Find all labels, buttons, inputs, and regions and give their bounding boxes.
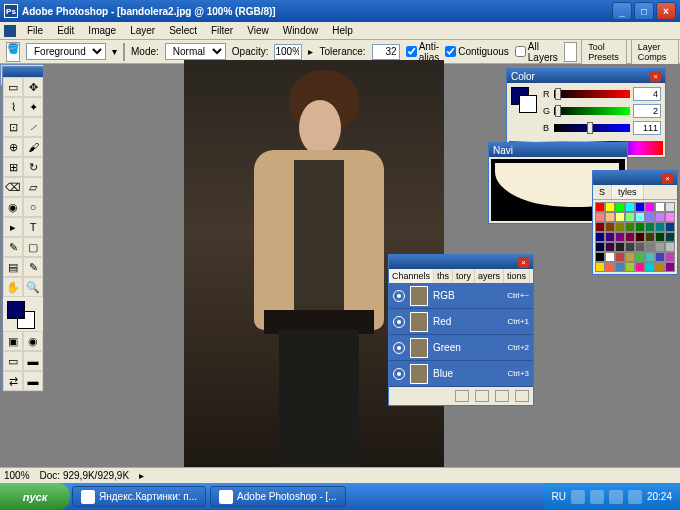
visibility-icon[interactable] xyxy=(393,342,405,354)
swatch[interactable] xyxy=(595,202,605,212)
pattern-swatch[interactable] xyxy=(123,43,125,61)
swatch[interactable] xyxy=(655,262,665,272)
lasso-tool[interactable]: ⌇ xyxy=(3,97,23,117)
tray-icon[interactable] xyxy=(590,490,604,504)
swatch[interactable] xyxy=(605,222,615,232)
menu-view[interactable]: View xyxy=(240,23,276,38)
task-item-browser[interactable]: Яндекс.Картинки: п... xyxy=(72,486,206,507)
swatch[interactable] xyxy=(655,232,665,242)
swatch[interactable] xyxy=(655,202,665,212)
swatch[interactable] xyxy=(635,212,645,222)
layers-tab[interactable]: ayers xyxy=(475,269,504,283)
menu-image[interactable]: Image xyxy=(81,23,123,38)
swatch[interactable] xyxy=(645,202,655,212)
paths-tab[interactable]: ths xyxy=(434,269,453,283)
screen-mode-2[interactable]: ▬ xyxy=(23,351,43,371)
notes-tool[interactable]: ▤ xyxy=(3,257,23,277)
zoom-tool[interactable]: 🔍 xyxy=(23,277,43,297)
swatch[interactable] xyxy=(655,252,665,262)
swatch[interactable] xyxy=(615,242,625,252)
wand-tool[interactable]: ✦ xyxy=(23,97,43,117)
foreground-swatch[interactable] xyxy=(7,301,25,319)
swatch[interactable] xyxy=(615,262,625,272)
heal-tool[interactable]: ⊕ xyxy=(3,137,23,157)
r-input[interactable] xyxy=(633,87,661,101)
swatch[interactable] xyxy=(595,212,605,222)
tray-icon[interactable] xyxy=(609,490,623,504)
visibility-icon[interactable] xyxy=(393,290,405,302)
tray-icon[interactable] xyxy=(571,490,585,504)
task-item-photoshop[interactable]: Adobe Photoshop - [... xyxy=(210,486,346,507)
swatch[interactable] xyxy=(595,232,605,242)
channel-row[interactable]: RedCtrl+1 xyxy=(389,309,533,335)
swatches-tab[interactable]: S xyxy=(593,185,612,199)
gradient-tool[interactable]: ▱ xyxy=(23,177,43,197)
tool-presets-tab[interactable]: Tool Presets xyxy=(581,39,627,65)
clock[interactable]: 20:24 xyxy=(647,491,672,502)
chevron-down-icon[interactable]: ▸ xyxy=(308,46,313,57)
type-tool[interactable]: T xyxy=(23,217,43,237)
swatch[interactable] xyxy=(635,242,645,252)
screen-mode-1[interactable]: ▭ xyxy=(3,351,23,371)
jump-to-imageready[interactable]: ⇄ xyxy=(3,371,23,391)
status-chevron-icon[interactable]: ▸ xyxy=(139,470,144,481)
mode-dropdown[interactable]: Normal xyxy=(165,43,226,60)
brush-tool[interactable]: 🖌 xyxy=(23,137,43,157)
swatch[interactable] xyxy=(665,222,675,232)
new-channel-icon[interactable] xyxy=(495,390,509,402)
tray-icon[interactable] xyxy=(628,490,642,504)
layer-comps-tab[interactable]: Layer Comps xyxy=(631,39,679,65)
swatch[interactable] xyxy=(655,242,665,252)
swatch[interactable] xyxy=(605,262,615,272)
tolerance-input[interactable] xyxy=(372,44,400,60)
close-button[interactable]: × xyxy=(656,2,676,20)
path-tool[interactable]: ▸ xyxy=(3,217,23,237)
swatch[interactable] xyxy=(635,262,645,272)
swatch[interactable] xyxy=(665,252,675,262)
swatch[interactable] xyxy=(595,222,605,232)
close-icon[interactable]: × xyxy=(518,257,529,268)
swatch[interactable] xyxy=(595,242,605,252)
menu-window[interactable]: Window xyxy=(276,23,326,38)
chevron-down-icon[interactable]: ▾ xyxy=(112,46,117,57)
opacity-input[interactable] xyxy=(274,44,302,60)
styles-tab[interactable]: tyles xyxy=(612,185,644,199)
channel-row[interactable]: GreenCtrl+2 xyxy=(389,335,533,361)
eyedropper-tool[interactable]: ✎ xyxy=(23,257,43,277)
stamp-tool[interactable]: ⊞ xyxy=(3,157,23,177)
menu-edit[interactable]: Edit xyxy=(50,23,81,38)
swatch[interactable] xyxy=(665,212,675,222)
swatch[interactable] xyxy=(645,222,655,232)
delete-channel-icon[interactable] xyxy=(515,390,529,402)
fill-dropdown[interactable]: Foreground xyxy=(26,43,106,60)
menu-file[interactable]: File xyxy=(20,23,50,38)
minimize-button[interactable]: _ xyxy=(612,2,632,20)
lang-indicator[interactable]: RU xyxy=(552,491,566,502)
channel-row[interactable]: BlueCtrl+3 xyxy=(389,361,533,387)
channels-header[interactable]: × xyxy=(389,255,533,269)
color-swatches[interactable] xyxy=(3,297,43,331)
swatch[interactable] xyxy=(625,262,635,272)
nav-panel-header[interactable]: Navi xyxy=(489,143,627,157)
close-icon[interactable]: × xyxy=(650,71,661,82)
swatch[interactable] xyxy=(645,232,655,242)
swatches-header[interactable]: × xyxy=(593,171,677,185)
swatch[interactable] xyxy=(615,232,625,242)
swatch[interactable] xyxy=(625,252,635,262)
swatch[interactable] xyxy=(605,202,615,212)
swatch[interactable] xyxy=(665,262,675,272)
swatch[interactable] xyxy=(635,232,645,242)
swatch[interactable] xyxy=(625,222,635,232)
quickmask-mode-icon[interactable]: ◉ xyxy=(23,331,43,351)
palette-toggle-icon[interactable] xyxy=(564,42,577,62)
eraser-tool[interactable]: ⌫ xyxy=(3,177,23,197)
menu-select[interactable]: Select xyxy=(162,23,204,38)
swatch[interactable] xyxy=(625,232,635,242)
swatch[interactable] xyxy=(615,202,625,212)
blur-tool[interactable]: ◉ xyxy=(3,197,23,217)
swatch[interactable] xyxy=(625,202,635,212)
swatch[interactable] xyxy=(615,252,625,262)
g-slider[interactable] xyxy=(554,107,630,115)
channels-tab[interactable]: Channels xyxy=(389,269,434,283)
standard-mode-icon[interactable]: ▣ xyxy=(3,331,23,351)
